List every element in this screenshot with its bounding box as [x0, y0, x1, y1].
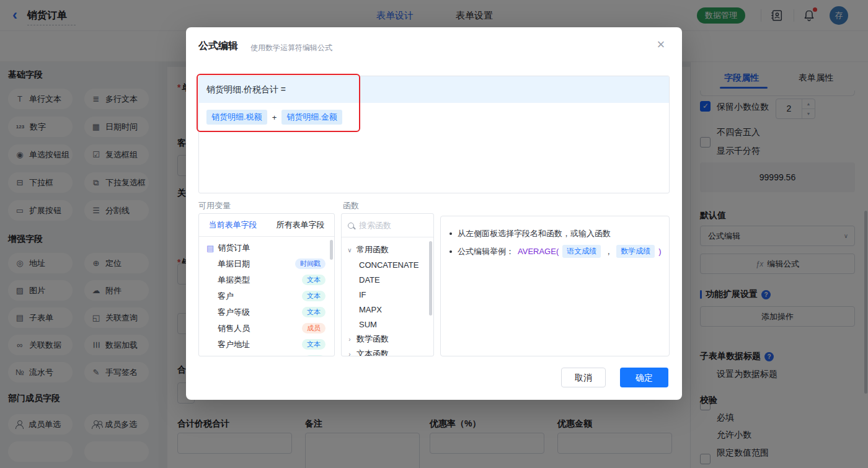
- type-badge: 文本: [302, 291, 326, 301]
- type-badge: 文本: [302, 307, 326, 317]
- function-group-text[interactable]: ›文本函数: [342, 347, 433, 356]
- search-icon: [348, 223, 354, 229]
- formula-target-row: 销货明细.价税合计 =: [199, 76, 669, 103]
- formula-help-panel: 从左侧面板选择字段名和函数，或输入函数 公式编辑举例： AVERAGE( 语文成…: [440, 216, 670, 356]
- type-badge: [304, 355, 326, 356]
- type-badge: 文本: [302, 339, 326, 350]
- formula-operator: +: [272, 113, 277, 122]
- function-group-common[interactable]: ∨常用函数: [342, 242, 433, 257]
- variable-row[interactable]: 客户文本: [199, 288, 334, 304]
- variables-section-label: 可用变量: [198, 200, 231, 211]
- function-item-sum[interactable]: SUM: [342, 317, 433, 332]
- type-badge: 时间戳: [295, 258, 326, 269]
- example-comma: ，: [604, 246, 613, 257]
- example-function-open: AVERAGE(: [518, 247, 559, 256]
- variables-tabs: 当前表单字段 所有表单字段: [199, 214, 334, 237]
- example-field-chip: 语文成绩: [562, 245, 601, 258]
- help-line: 从左侧面板选择字段名和函数，或输入函数: [450, 228, 660, 239]
- formula-field-chip[interactable]: 销货明细.金额: [281, 110, 342, 125]
- modal-title: 公式编辑: [198, 40, 238, 53]
- functions-tree: ∨常用函数 CONCATENATE DATE IF MAPX SUM ›数学函数…: [342, 237, 433, 356]
- bullet-dot: [450, 232, 452, 235]
- variable-name: 单据类型: [218, 275, 250, 286]
- variables-scrollbar-thumb[interactable]: [330, 240, 333, 260]
- close-icon[interactable]: ×: [652, 36, 670, 53]
- variable-row[interactable]: 客户地址文本: [199, 337, 334, 353]
- formula-target-label: 销货明细.价税合计 =: [206, 84, 286, 95]
- function-search-row: [342, 214, 433, 237]
- help-example-line: 公式编辑举例： AVERAGE( 语文成绩 ， 数学成绩 ): [450, 245, 660, 258]
- confirm-button[interactable]: 确定: [620, 368, 668, 387]
- functions-scrollbar-thumb[interactable]: [429, 241, 432, 316]
- chevron-right-icon: ›: [347, 336, 353, 343]
- function-item-if[interactable]: IF: [342, 287, 433, 302]
- chevron-down-icon: ∨: [347, 247, 353, 254]
- functions-panel: ∨常用函数 CONCATENATE DATE IF MAPX SUM ›数学函数…: [341, 213, 434, 356]
- variable-name: 客户地址: [218, 339, 250, 350]
- tab-all-form-fields[interactable]: 所有表单字段: [267, 214, 334, 236]
- formula-field-chip[interactable]: 销货明细.税额: [206, 110, 267, 125]
- function-item-concatenate[interactable]: CONCATENATE: [342, 257, 433, 272]
- variable-row[interactable]: 销售人员成员: [199, 320, 334, 337]
- variable-row[interactable]: 单据类型文本: [199, 272, 334, 288]
- variable-row-clipped: [199, 353, 334, 356]
- chevron-right-icon: ›: [347, 351, 353, 357]
- function-item-mapx[interactable]: MAPX: [342, 302, 433, 317]
- functions-section-label: 函数: [343, 200, 359, 211]
- tab-current-form-fields[interactable]: 当前表单字段: [199, 214, 267, 236]
- variable-row[interactable]: 客户等级文本: [199, 304, 334, 320]
- variable-name: 客户: [218, 291, 234, 302]
- modal-subtitle: 使用数学运算符编辑公式: [250, 43, 332, 53]
- variable-name: 单据日期: [218, 258, 250, 270]
- example-function-close: ): [658, 247, 661, 256]
- root-node-label: 销货订单: [218, 242, 250, 254]
- variable-row[interactable]: 单据日期时间戳: [199, 256, 334, 272]
- variable-name: 销售人员: [218, 323, 250, 334]
- form-doc-icon: ▤: [206, 244, 214, 253]
- variables-root-node[interactable]: ▤ 销货订单: [199, 240, 334, 256]
- variables-panel: 当前表单字段 所有表单字段 ▤ 销货订单 单据日期时间戳 单据类型文本 客户文本…: [198, 213, 335, 356]
- type-badge: 文本: [302, 275, 326, 285]
- app-root: ‹ 销货订单 表单设计 表单设置 数据管理 存 ⊘ 表单外链: [0, 0, 868, 468]
- type-badge: 成员: [302, 323, 326, 333]
- formula-edit-modal: 公式编辑 使用数学运算符编辑公式 × 销货明细.价税合计 = 销货明细.税额 +…: [186, 27, 682, 400]
- bullet-dot: [450, 250, 452, 253]
- function-search-input[interactable]: [359, 221, 418, 230]
- function-item-date[interactable]: DATE: [342, 272, 433, 287]
- formula-editor[interactable]: 销货明细.价税合计 = 销货明细.税额 + 销货明细.金额: [198, 76, 670, 193]
- variables-tree: ▤ 销货订单 单据日期时间戳 单据类型文本 客户文本 客户等级文本 销售人员成员…: [199, 237, 334, 356]
- variable-name: 客户等级: [218, 307, 250, 318]
- function-group-math[interactable]: ›数学函数: [342, 332, 433, 347]
- formula-expression-row: 销货明细.税额 + 销货明细.金额: [199, 103, 669, 131]
- example-field-chip: 数学成绩: [616, 245, 655, 258]
- cancel-button[interactable]: 取消: [561, 368, 606, 387]
